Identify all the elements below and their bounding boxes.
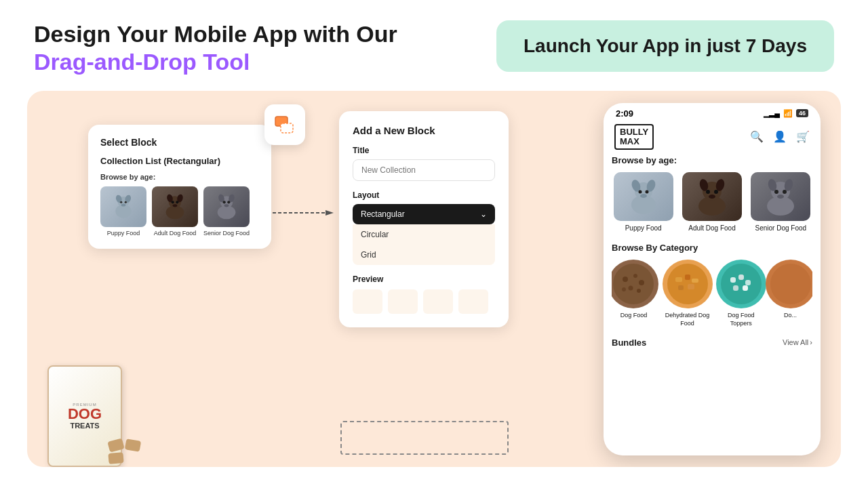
- drag-tool-icon: [274, 114, 296, 136]
- svg-rect-58: [688, 284, 694, 289]
- preview-box-2: [388, 289, 418, 314]
- mobile-mockup: 2:09 ▁▂▄ 📶 46 BULLY MAX 🔍 👤 🛒 Browse by …: [604, 103, 821, 455]
- puppy-dog-svg: [106, 190, 140, 224]
- svg-point-37: [714, 190, 718, 194]
- svg-point-38: [709, 195, 715, 199]
- wifi-icon: 📶: [783, 109, 793, 118]
- svg-point-49: [639, 280, 644, 285]
- layout-dropdown-selected[interactable]: Rectangular ⌄: [353, 204, 495, 224]
- category-section-label: Browse By Category: [612, 243, 812, 253]
- svg-point-47: [623, 277, 628, 282]
- adult-dog-svg: [158, 190, 192, 224]
- senior-label: Senior Dog Food: [203, 230, 250, 237]
- cta-badge[interactable]: Launch Your App in just 7 Days: [496, 20, 834, 72]
- cat-card-extra[interactable]: Do...: [768, 260, 812, 327]
- title-input[interactable]: [353, 159, 495, 181]
- svg-rect-57: [678, 285, 684, 290]
- main-area: PREMIUM DOG TREATS Select Block Collecti…: [27, 91, 841, 467]
- category-grid: Dog Food Dehydrated Dog Food: [612, 260, 812, 327]
- cart-icon[interactable]: 🛒: [796, 130, 810, 143]
- age-card-adult[interactable]: Adult Dog Food: [680, 172, 743, 232]
- selected-layout-text: Rectangular: [361, 209, 405, 219]
- select-block-title: Select Block: [100, 137, 259, 148]
- svg-rect-56: [692, 279, 698, 283]
- layout-dropdown-options: Circular Grid: [353, 224, 495, 265]
- signal-icon: ▁▂▄: [764, 109, 780, 118]
- svg-point-44: [783, 190, 787, 194]
- battery-badge: 46: [796, 109, 808, 117]
- preview-box-3: [423, 289, 453, 314]
- toppers-cat-label: Dog Food Toppers: [719, 312, 763, 327]
- age-card-senior[interactable]: Senior Dog Food: [749, 172, 812, 232]
- browse-age-section-label: Browse by age:: [612, 155, 812, 165]
- layout-option-grid[interactable]: Grid: [353, 245, 495, 265]
- dog-thumb-puppy: Puppy Food: [100, 186, 146, 237]
- svg-rect-61: [738, 274, 744, 280]
- search-icon[interactable]: 🔍: [750, 130, 764, 143]
- svg-point-18: [223, 201, 226, 203]
- cat-card-dogfood[interactable]: Dog Food: [612, 260, 656, 327]
- svg-point-11: [172, 201, 174, 203]
- dehydrated-circle-svg: [666, 262, 709, 306]
- dogfood-cat-img: [612, 260, 658, 308]
- svg-point-13: [173, 204, 178, 207]
- svg-marker-24: [326, 210, 334, 216]
- dehydrated-cat-label: Dehydrated Dog Food: [661, 312, 714, 327]
- dog-thumbnails: Puppy Food Adult Dog Food: [100, 186, 259, 237]
- svg-point-4: [120, 201, 122, 203]
- puppy-age-label: Puppy Food: [625, 224, 662, 232]
- status-time: 2:09: [616, 108, 633, 119]
- bully-max-logo: BULLY MAX: [614, 124, 654, 150]
- extra-cat-label: Do...: [784, 312, 797, 320]
- svg-point-19: [227, 201, 230, 203]
- dog-treats-decoration: PREMIUM DOG TREATS: [41, 359, 163, 467]
- adult-age-img: [682, 172, 742, 221]
- svg-rect-55: [685, 274, 690, 280]
- svg-point-59: [721, 264, 762, 304]
- drag-icon-float[interactable]: [264, 104, 305, 145]
- profile-icon[interactable]: 👤: [773, 130, 787, 143]
- age-card-puppy[interactable]: Puppy Food: [612, 172, 675, 232]
- svg-point-53: [667, 264, 708, 304]
- mobile-content: Browse by age: Puppy: [604, 155, 821, 347]
- treats-biscuits: [108, 440, 156, 464]
- mobile-app-header: BULLY MAX 🔍 👤 🛒: [604, 121, 821, 156]
- senior-img: [203, 186, 250, 227]
- layout-option-circular[interactable]: Circular: [353, 224, 495, 245]
- svg-point-36: [706, 190, 710, 194]
- senior-dog-svg: [210, 190, 243, 224]
- preview-box-1: [353, 289, 382, 314]
- preview-box-4: [458, 289, 488, 314]
- dashed-connector-box: [340, 421, 509, 455]
- svg-rect-60: [730, 277, 736, 283]
- svg-rect-22: [281, 123, 293, 133]
- svg-rect-63: [733, 285, 738, 291]
- svg-rect-54: [675, 277, 682, 282]
- svg-point-30: [645, 190, 648, 194]
- biscuit: [107, 438, 124, 452]
- adult-age-label: Adult Dog Food: [688, 224, 736, 232]
- puppy-mobile-svg: [620, 176, 667, 217]
- dogfood-cat-label: Dog Food: [620, 312, 648, 320]
- svg-point-52: [622, 287, 626, 291]
- chevron-right-icon: ›: [810, 338, 812, 346]
- view-all-link[interactable]: View All ›: [783, 338, 812, 346]
- extra-cat-img: [766, 260, 812, 308]
- cat-card-toppers[interactable]: Dog Food Toppers: [719, 260, 763, 327]
- cat-card-dehydrated[interactable]: Dehydrated Dog Food: [661, 260, 714, 327]
- senior-mobile-svg: [757, 176, 804, 217]
- select-block-panel: Select Block Collection List (Rectangula…: [88, 125, 271, 249]
- adult-mobile-svg: [688, 176, 736, 217]
- headline-line1: Design Your Mobile App with Our: [34, 20, 397, 48]
- svg-rect-62: [745, 280, 751, 285]
- svg-point-31: [640, 194, 647, 198]
- adult-img: [152, 186, 198, 227]
- chevron-up-icon: ⌄: [480, 209, 487, 219]
- svg-point-6: [121, 203, 126, 206]
- dehydrated-cat-img: [663, 260, 713, 308]
- page-header: Design Your Mobile App with Our Drag-and…: [0, 0, 868, 76]
- header-icons: 🔍 👤 🛒: [750, 130, 810, 143]
- collection-list-title: Collection List (Rectangular): [100, 156, 259, 166]
- browse-age-label: Browse by age:: [100, 173, 259, 181]
- svg-point-48: [633, 274, 637, 278]
